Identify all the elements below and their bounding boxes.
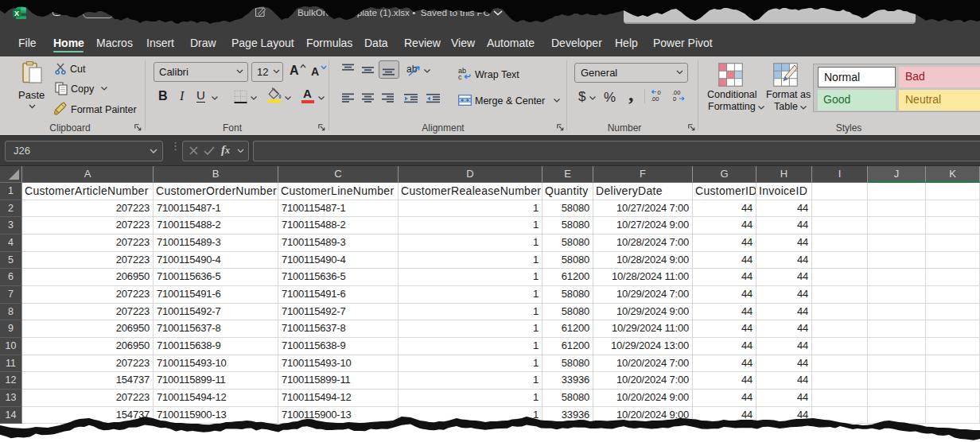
svg-text:c: c (458, 73, 462, 80)
svg-text:0: 0 (673, 95, 676, 102)
svg-text:.00: .00 (651, 95, 659, 102)
